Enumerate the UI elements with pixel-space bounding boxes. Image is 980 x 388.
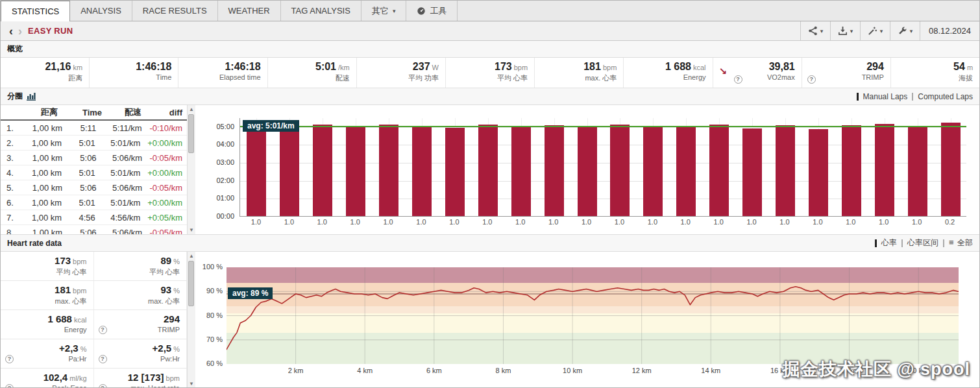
- lap-row[interactable]: 3.1,00 km5:065:06/km-0:05/km: [1, 151, 187, 165]
- pace-bar[interactable]: [908, 127, 927, 216]
- option-separator: [901, 239, 903, 247]
- stat-label: TRIMP: [98, 326, 180, 333]
- pace-bar[interactable]: [776, 125, 795, 216]
- scrollbar-thumb[interactable]: [188, 114, 194, 153]
- stat-value-line: 54m: [895, 61, 973, 73]
- pace-bar[interactable]: [842, 125, 861, 216]
- help-icon[interactable]: ?: [734, 75, 742, 84]
- pace-bar[interactable]: [280, 126, 299, 216]
- heart-rate-stats: 173bpm平均 心率89%平均 心率181bpmmax. 心率93%max. …: [1, 252, 187, 388]
- pace-bar[interactable]: [445, 128, 465, 216]
- pace-bar-chart[interactable]: 00:0001:0002:0003:0004:0005:00avg: 5:01/…: [195, 105, 979, 234]
- pace-bar[interactable]: [875, 124, 894, 216]
- pace-bar[interactable]: [578, 127, 597, 216]
- scrollbar-thumb[interactable]: [188, 261, 194, 306]
- magic-wand-button[interactable]: ▾: [860, 21, 890, 41]
- lap-row[interactable]: 7.1,00 km4:564:56/km+0:05/km: [1, 210, 187, 225]
- lap-row[interactable]: 8.1,00 km5:065:06/km-0:05/km: [1, 225, 187, 234]
- x-axis-tick-label: 1.0: [867, 218, 900, 226]
- share-button[interactable]: ▾: [800, 21, 830, 41]
- wand-icon: [868, 26, 877, 36]
- pace-bar[interactable]: [412, 126, 432, 216]
- tab-weather[interactable]: WEATHER: [218, 1, 281, 21]
- pace-bar[interactable]: [941, 123, 961, 216]
- stat-unit: ml/kg: [69, 374, 86, 382]
- lap-diff: +0:00/km: [147, 138, 187, 148]
- stat-unit: bpm: [73, 287, 86, 295]
- download-button[interactable]: ▾: [830, 21, 860, 41]
- lap-row[interactable]: 5.1,00 km5:065:06/km-0:05/km: [1, 180, 187, 195]
- stat-unit: %: [173, 345, 180, 353]
- pace-bar[interactable]: [313, 125, 332, 216]
- stat-value-line: 1 688kcal: [628, 61, 705, 73]
- lap-cell: 1,00 km: [23, 213, 70, 223]
- tab-statistics[interactable]: STATISTICS: [1, 1, 70, 21]
- stat-label: Energy: [628, 73, 705, 81]
- settings-button[interactable]: ▾: [890, 21, 920, 41]
- pace-bar[interactable]: [709, 125, 729, 216]
- pace-bar[interactable]: [247, 123, 266, 216]
- pace-bar[interactable]: [676, 127, 696, 216]
- pace-bar[interactable]: [346, 126, 365, 216]
- avg-pace-tooltip: avg: 5:01/km: [243, 120, 299, 132]
- heart-rate-plot[interactable]: avg: 89 %: [227, 267, 959, 364]
- bar-chart-icon[interactable]: [27, 92, 36, 101]
- lap-row[interactable]: 4.1,00 km5:015:01/km+0:00/km: [1, 165, 187, 180]
- tab-工具[interactable]: 工具: [406, 1, 458, 21]
- lap-cell: 5:01: [71, 198, 104, 208]
- next-activity-button[interactable]: ›: [16, 23, 24, 40]
- stat-value-line: 173bpm: [450, 61, 528, 73]
- view-option-心率[interactable]: 心率: [881, 237, 897, 249]
- scroll-up-icon[interactable]: ▲: [188, 253, 195, 259]
- bar-chart-icon[interactable]: [27, 92, 36, 101]
- column-header: Time: [75, 108, 110, 117]
- tab-race-results[interactable]: RACE RESULTS: [132, 1, 218, 21]
- y-axis-tick-label: 04:00: [195, 140, 234, 148]
- heart-rate-stats-row: 1 688kcalEnergy294TRIMP?: [1, 310, 187, 339]
- view-option-心率区间[interactable]: 心率区间: [907, 237, 938, 249]
- view-option-全部[interactable]: ≡ 全部: [949, 237, 973, 249]
- stat-value: +2,5: [153, 343, 172, 354]
- stat-pw-hr: +2,5%Pw:Hr?: [94, 339, 188, 368]
- stat-value: 237: [413, 61, 430, 72]
- pace-bar[interactable]: [545, 125, 564, 216]
- help-icon[interactable]: ?: [99, 355, 107, 363]
- tab-其它[interactable]: 其它▾: [361, 1, 407, 21]
- scroll-up-icon[interactable]: ▲: [188, 106, 195, 112]
- pace-bar[interactable]: [610, 125, 630, 216]
- pace-bar[interactable]: [511, 126, 531, 216]
- y-axis-tick-label: 00:00: [195, 212, 234, 220]
- lap-row[interactable]: 1.1,00 km5:115:11/km-0:10/km: [1, 121, 187, 136]
- help-icon[interactable]: ?: [5, 355, 14, 363]
- laps-table-scrollbar[interactable]: ▲ ▼: [187, 105, 195, 234]
- stat-value: 39,81: [769, 61, 795, 72]
- stat-value: 1 688: [47, 313, 72, 324]
- y-axis-tick-label: 02:00: [195, 176, 234, 184]
- stat-unit: km: [73, 64, 83, 71]
- help-icon[interactable]: ?: [99, 384, 107, 388]
- scroll-down-icon[interactable]: ▼: [188, 381, 195, 387]
- help-icon[interactable]: ?: [5, 384, 14, 388]
- pace-chart-plot[interactable]: avg: 5:01/km: [239, 118, 966, 217]
- pace-bar[interactable]: [742, 128, 762, 216]
- x-axis-labels: 1.01.01.01.01.01.01.01.01.01.01.01.01.01…: [239, 218, 966, 228]
- x-axis-tick-label: 8 km: [489, 367, 517, 374]
- view-option-manual-laps[interactable]: Manual Laps: [863, 92, 908, 101]
- lap-cell: 1,00 km: [23, 138, 70, 148]
- pace-bar[interactable]: [809, 129, 828, 216]
- help-icon[interactable]: ?: [807, 75, 816, 84]
- scroll-down-icon[interactable]: ▼: [188, 227, 195, 233]
- lap-row[interactable]: 2.1,00 km5:015:01/km+0:00/km: [1, 136, 187, 151]
- view-option-label: Manual Laps: [863, 92, 908, 101]
- lap-row[interactable]: 6.1,00 km5:015:01/km+0:00/km: [1, 195, 187, 210]
- previous-activity-button[interactable]: ‹: [7, 23, 15, 40]
- tab-tag-analysis[interactable]: TAG ANALYSIS: [281, 1, 361, 21]
- pace-bar[interactable]: [379, 125, 398, 216]
- tab-analysis[interactable]: ANALYSIS: [70, 1, 132, 21]
- view-option-computed-laps[interactable]: Computed Laps: [918, 92, 973, 101]
- pace-bar[interactable]: [643, 127, 663, 216]
- help-icon[interactable]: ?: [99, 326, 107, 334]
- pace-bar[interactable]: [478, 125, 498, 216]
- overview-title: 概览: [7, 43, 23, 55]
- heart-rate-scrollbar[interactable]: ▲ ▼: [187, 252, 195, 388]
